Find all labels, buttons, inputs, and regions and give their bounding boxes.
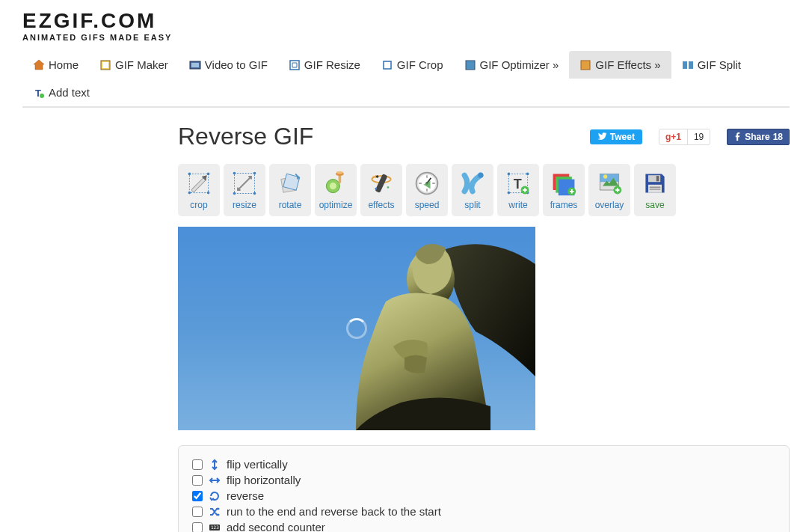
nav-gif-maker[interactable]: GIF Maker [89, 51, 179, 79]
nav-label: GIF Maker [115, 58, 168, 71]
checkbox-reverse[interactable] [192, 491, 203, 501]
split-nav-icon [682, 59, 694, 71]
frames-button[interactable]: frames [543, 164, 585, 216]
rotate-button[interactable]: rotate [269, 164, 311, 216]
nav-gif-optimizer[interactable]: GIF Optimizer » [454, 51, 570, 79]
nav-video-to-gif[interactable]: Video to GIF [179, 51, 278, 79]
effects-nav-icon [579, 59, 591, 71]
svg-text:123: 123 [211, 525, 219, 530]
split-button[interactable]: split [452, 164, 493, 216]
tool-label: write [508, 200, 527, 210]
shuffle-icon [209, 506, 221, 518]
tool-label: resize [233, 200, 256, 210]
social-buttons: Tweet g+1 19 Share 18 [590, 129, 790, 145]
save-button[interactable]: save [634, 164, 676, 216]
svg-point-14 [207, 173, 210, 176]
option-second-counter: 123 add second counter [192, 519, 775, 532]
svg-point-31 [376, 175, 379, 178]
crop-button[interactable]: crop [178, 164, 220, 216]
nav-gif-resize[interactable]: GIF Resize [278, 51, 371, 79]
fb-share-button[interactable]: Share 18 [727, 129, 790, 145]
tool-label: save [645, 200, 664, 210]
svg-rect-54 [656, 176, 659, 181]
main-nav: Home GIF Maker Video to GIF GIF Resize G… [22, 51, 790, 108]
flip-horizontal-icon [209, 474, 221, 486]
nav-label: Video to GIF [205, 58, 268, 71]
nav-add-text[interactable]: T Add text [22, 79, 100, 106]
effects-button[interactable]: effects [360, 164, 402, 216]
option-label: flip horizontally [227, 474, 301, 486]
nav-label: Home [49, 58, 79, 71]
svg-rect-6 [466, 61, 475, 70]
tool-label: rotate [279, 200, 302, 210]
frames-icon [550, 170, 577, 197]
split-icon [459, 170, 486, 197]
svg-point-13 [188, 173, 191, 176]
svg-point-18 [233, 172, 236, 175]
tool-label: crop [190, 200, 207, 210]
svg-point-16 [207, 192, 210, 195]
preview-image [296, 227, 535, 430]
speed-button[interactable]: speed [406, 164, 448, 216]
tool-label: speed [415, 200, 440, 210]
write-button[interactable]: T write [497, 164, 539, 216]
save-icon [642, 170, 668, 197]
nav-label: Add text [49, 86, 90, 99]
option-label: flip vertically [227, 458, 288, 471]
nav-gif-effects[interactable]: GIF Effects » [569, 51, 671, 79]
logo-subtitle: ANIMATED GIFS MADE EASY [22, 33, 790, 42]
svg-rect-9 [689, 61, 693, 69]
optimize-button[interactable]: optimize [315, 164, 357, 216]
svg-text:T: T [514, 177, 522, 192]
svg-rect-56 [650, 187, 660, 188]
option-label: reverse [227, 489, 264, 502]
gplus-count: 19 [688, 132, 710, 142]
svg-rect-50 [600, 174, 618, 182]
option-flip-vertically: flip vertically [192, 456, 775, 472]
svg-point-41 [508, 192, 511, 195]
effects-icon [368, 170, 395, 197]
checkbox-run-and-reverse[interactable] [192, 507, 203, 517]
nav-gif-split[interactable]: GIF Split [671, 51, 751, 79]
tweet-button[interactable]: Tweet [590, 129, 642, 144]
svg-point-37 [478, 173, 483, 178]
nav-label: GIF Effects » [595, 58, 660, 71]
checkbox-flip-horizontally[interactable] [192, 475, 203, 486]
nav-label: GIF Crop [397, 58, 443, 71]
facebook-icon [733, 132, 742, 141]
rotate-icon [277, 170, 304, 197]
tool-label: optimize [319, 200, 353, 210]
loading-spinner-icon [346, 318, 367, 339]
nav-gif-crop[interactable]: GIF Crop [371, 51, 454, 79]
tool-label: overlay [595, 200, 624, 210]
nav-label: GIF Resize [304, 58, 360, 71]
option-label: run to the end and reverse back to the s… [227, 505, 441, 518]
checkbox-second-counter[interactable] [192, 522, 203, 533]
counter-icon: 123 [209, 522, 221, 533]
option-label: add second counter [227, 521, 325, 532]
svg-point-39 [508, 173, 511, 176]
svg-point-40 [526, 173, 529, 176]
resize-button[interactable]: resize [224, 164, 265, 216]
checkbox-flip-vertically[interactable] [192, 459, 203, 470]
logo-title: EZGIF.COM [22, 9, 790, 33]
options-panel: flip vertically flip horizontally revers… [178, 445, 790, 532]
gplus-button[interactable]: g+1 19 [659, 129, 710, 145]
write-icon: T [505, 170, 532, 197]
tool-label: frames [550, 200, 578, 210]
overlay-button[interactable]: overlay [588, 164, 630, 216]
speed-icon [413, 170, 440, 197]
gplus-icon: g+1 [659, 129, 688, 144]
gif-preview [178, 227, 535, 430]
tool-label: effects [368, 200, 394, 210]
tweet-label: Tweet [610, 132, 635, 142]
tool-label: split [464, 200, 480, 210]
video-icon [189, 59, 201, 71]
crop-icon [381, 59, 393, 71]
resize-icon [289, 59, 301, 71]
svg-point-20 [233, 192, 236, 195]
svg-point-19 [253, 172, 256, 175]
nav-home[interactable]: Home [22, 51, 89, 79]
svg-rect-57 [650, 189, 660, 189]
nav-label: GIF Split [698, 58, 741, 71]
